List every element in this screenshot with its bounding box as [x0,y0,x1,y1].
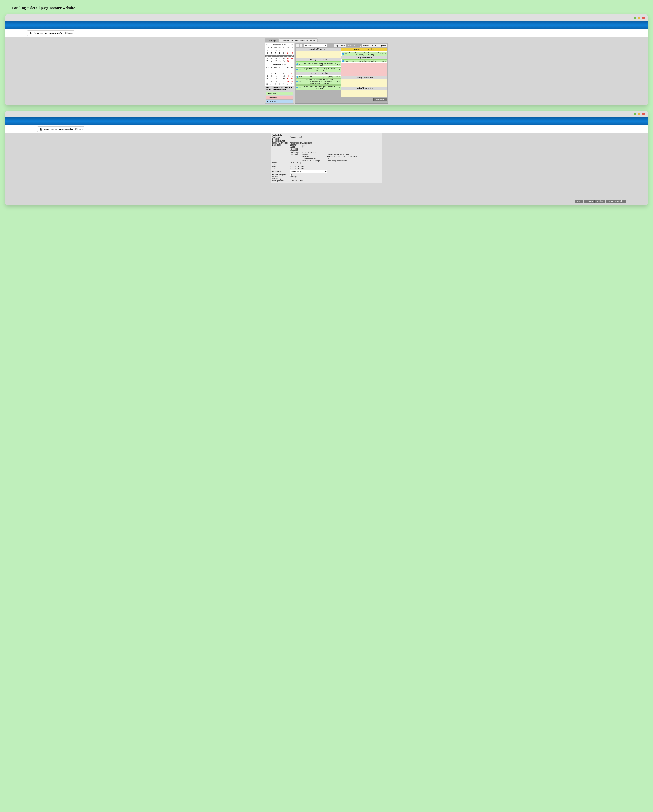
cal-day[interactable]: 11 [274,75,278,78]
cal-day[interactable]: 31 [269,83,274,85]
cal-day[interactable]: 1 [282,49,286,52]
event[interactable]: i 9:15 Bayard Nour - Lekker eigenwijs [3… [296,76,341,78]
cal-day[interactable]: 18 [274,78,278,80]
back-button[interactable]: Terug [575,200,583,203]
cal-day[interactable]: 20 [274,57,278,60]
cal-day[interactable] [290,60,294,63]
cal-day[interactable]: 25 [274,80,278,83]
cal-december[interactable]: madiwodovrzazo12345678910111213141516171… [265,66,294,85]
cal-day[interactable]: 7 [278,52,282,55]
cal-day[interactable] [282,69,286,72]
cal-day[interactable]: 16 [265,78,269,80]
cal-day[interactable] [265,69,269,72]
cal-day[interactable]: 23 [286,57,290,60]
cal-day[interactable]: 2 [278,83,282,85]
view-week-compact[interactable]: Week (Compact) [346,44,362,47]
cal-day[interactable]: 13 [274,55,278,57]
cal-last[interactable]: » [292,44,293,46]
cal-day[interactable] [278,69,282,72]
cal-day[interactable]: 18 [265,57,269,60]
cal-day[interactable]: 5 [269,52,274,55]
cal-day[interactable]: 4 [274,72,278,75]
cal-day[interactable]: 17 [290,55,294,57]
event[interactable]: i 11:00 Bayard Nour - Zelfstandig groeps… [296,85,341,90]
cal-day[interactable]: 2 [286,49,290,52]
employee-select[interactable]: Bayard Nour [289,170,327,173]
cal-day[interactable]: 19 [278,78,282,80]
cal-day[interactable]: 30 [286,60,290,63]
cal-day[interactable]: 3 [282,83,286,85]
cal-day[interactable]: 14 [278,55,282,57]
cal-day[interactable]: 6 [282,72,286,75]
cal-day[interactable] [274,69,278,72]
cal-day[interactable]: 28 [286,80,290,83]
view-day[interactable]: Dag [333,44,339,47]
cal-day[interactable]: 4 [286,83,290,85]
view-week[interactable]: Week [339,44,346,47]
event[interactable]: i 10:30 hoi Nour - deze intro komt erbij… [296,78,341,84]
cal-day[interactable]: 9 [265,75,269,78]
tab-tasklist[interactable]: Takenlijst [265,38,279,42]
cal-day[interactable]: 30 [265,83,269,85]
save-print-button[interactable]: Opslaan en afdrukken [606,200,626,203]
cal-day[interactable]: 26 [269,60,274,63]
cal-day[interactable]: 12 [278,75,282,78]
nav-next-button[interactable]: › [300,44,303,47]
cal-day[interactable]: 21 [278,57,282,60]
logout-link[interactable]: Uitloggen [65,32,73,34]
cal-day[interactable]: 24 [269,80,274,83]
tab-availability[interactable]: Overzicht beschikbaarheid werknemer [279,38,318,42]
cal-day[interactable]: 8 [282,52,286,55]
cal-day[interactable]: 29 [269,49,274,52]
cal-day[interactable]: 9 [286,52,290,55]
cal-november[interactable]: madiwodovrzazo28293031123456789101112131… [265,46,294,63]
cal-day[interactable]: 27 [274,60,278,63]
cal-day[interactable]: 8 [290,72,294,75]
cal-day[interactable]: 15 [290,75,294,78]
cal-day[interactable]: 20 [282,78,286,80]
cal-day[interactable]: 12 [269,55,274,57]
cal-day[interactable]: 26 [278,80,282,83]
cal-day[interactable]: 7 [286,72,290,75]
cal-day[interactable]: 1 [290,69,294,72]
cal-day[interactable]: 2 [265,72,269,75]
cal-day[interactable]: 4 [265,52,269,55]
cal-day[interactable]: 27 [282,80,286,83]
cal-day[interactable]: 24 [290,57,294,60]
cal-day[interactable] [286,69,290,72]
cal-day[interactable]: 23 [265,80,269,83]
cal-day[interactable]: 10 [290,52,294,55]
cal-day[interactable]: 1 [274,83,278,85]
cal-day[interactable]: 10 [269,75,274,78]
cal-day[interactable]: 16 [286,55,290,57]
cal-day[interactable]: 15 [282,55,286,57]
pay-guide-checkbox[interactable] [289,174,292,176]
cal-day[interactable]: 29 [290,80,294,83]
cal-day[interactable]: 14 [286,75,290,78]
nav-prev-button[interactable]: ‹ [295,44,299,47]
event[interactable]: i 9:15 Bayard Nour - Feest! Wereldwijd 6… [296,62,341,66]
view-agenda[interactable]: Agenda [379,44,387,47]
cal-day[interactable]: 3 [269,72,274,75]
cal-day[interactable]: 17 [269,78,274,80]
cal-day[interactable] [269,69,274,72]
view-timeline[interactable]: Tijdslijn [370,44,379,47]
print-button[interactable]: Afdrukken [373,98,387,101]
cal-day[interactable]: 5 [278,72,282,75]
save-button[interactable]: Opslaan [595,200,605,203]
cal-day[interactable]: 5 [290,83,294,85]
cal-day[interactable]: 31 [278,49,282,52]
cal-day[interactable]: 28 [265,49,269,52]
view-month[interactable]: Maand [362,44,370,47]
event[interactable]: i 9:15 Bayard Nour - Feest! Wereldwijd +… [342,52,387,56]
cal-day[interactable]: 22 [290,78,294,80]
refuse-button[interactable]: Weigeren [584,200,595,203]
cal-day[interactable]: 13 [282,75,286,78]
logout-link[interactable]: Uitloggen [75,128,83,130]
date-range-picker[interactable]: 11 november – 17 2024 ▾ [303,44,327,47]
event[interactable]: i 11:00 Bayard Nour - Feest! Wereldwijd … [296,67,341,72]
event[interactable]: i 13:15 Bayard Nour - Lekker eigenwijs [… [342,60,387,63]
cal-day[interactable]: 6 [274,52,278,55]
cal-day[interactable]: 28 [278,60,282,63]
cal-day[interactable]: 19 [269,57,274,60]
